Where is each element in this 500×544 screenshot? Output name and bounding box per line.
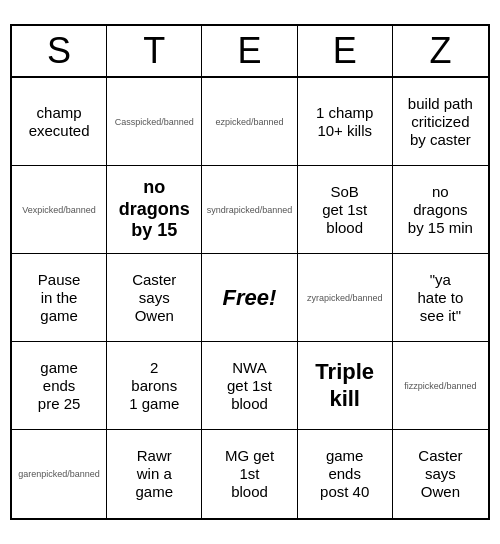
- bingo-cell-r3c5: "yahate tosee it": [393, 254, 488, 342]
- bingo-cell-r4c2: 2barons1 game: [107, 342, 202, 430]
- cell-status-label: picked/banned: [225, 117, 284, 127]
- header-letter-Z: Z: [393, 26, 488, 76]
- cell-content: 2barons1 game: [129, 359, 179, 413]
- bingo-board: STEEZ champexecutedCasspicked/bannedezpi…: [10, 24, 490, 520]
- cell-status-label: picked/banned: [37, 205, 96, 215]
- header-letter-S: S: [12, 26, 107, 76]
- bingo-cell-r3c3: Free!: [202, 254, 297, 342]
- cell-status-label: picked/banned: [324, 293, 383, 303]
- cell-champion-label: zyra: [307, 293, 324, 303]
- cell-content: Rawrwin agame: [136, 447, 174, 501]
- cell-content: MG get1stblood: [225, 447, 274, 501]
- bingo-header: STEEZ: [12, 26, 488, 78]
- bingo-cell-r2c5: nodragonsby 15 min: [393, 166, 488, 254]
- cell-champion-label: Cass: [115, 117, 136, 127]
- bingo-cell-r1c1: champexecuted: [12, 78, 107, 166]
- cell-content: nodragonsby 15: [119, 177, 190, 242]
- bingo-cell-r2c4: SoBget 1stblood: [298, 166, 393, 254]
- cell-content: "yahate tosee it": [417, 271, 463, 325]
- bingo-cell-r4c3: NWAget 1stblood: [202, 342, 297, 430]
- cell-champion-label: fizz: [404, 381, 418, 391]
- bingo-cell-r1c2: Casspicked/banned: [107, 78, 202, 166]
- bingo-cell-r5c3: MG get1stblood: [202, 430, 297, 518]
- cell-content: 1 champ10+ kills: [316, 104, 374, 140]
- header-letter-E: E: [298, 26, 393, 76]
- header-letter-E: E: [202, 26, 297, 76]
- bingo-cell-r2c3: syndrapicked/banned: [202, 166, 297, 254]
- bingo-cell-r3c1: Pausein thegame: [12, 254, 107, 342]
- cell-status-label: picked/banned: [135, 117, 194, 127]
- cell-content: Pausein thegame: [38, 271, 81, 325]
- cell-status-label: picked/banned: [418, 381, 477, 391]
- cell-content: Triplekill: [315, 359, 374, 412]
- bingo-cell-r2c1: Vexpicked/banned: [12, 166, 107, 254]
- free-cell-text: Free!: [223, 285, 277, 311]
- bingo-cell-r3c4: zyrapicked/banned: [298, 254, 393, 342]
- cell-content: gameendspre 25: [38, 359, 81, 413]
- cell-content: CastersaysOwen: [132, 271, 176, 325]
- cell-content: CastersaysOwen: [418, 447, 462, 501]
- bingo-cell-r5c5: CastersaysOwen: [393, 430, 488, 518]
- cell-content: gameendspost 40: [320, 447, 369, 501]
- bingo-cell-r1c3: ezpicked/banned: [202, 78, 297, 166]
- cell-content: champexecuted: [29, 104, 90, 140]
- cell-champion-label: garen: [18, 469, 41, 479]
- cell-content: build pathcriticizedby caster: [408, 95, 473, 149]
- cell-content: nodragonsby 15 min: [408, 183, 473, 237]
- header-letter-T: T: [107, 26, 202, 76]
- bingo-grid: champexecutedCasspicked/bannedezpicked/b…: [12, 78, 488, 518]
- bingo-cell-r2c2: nodragonsby 15: [107, 166, 202, 254]
- cell-champion-label: Vex: [22, 205, 37, 215]
- bingo-cell-r5c2: Rawrwin agame: [107, 430, 202, 518]
- bingo-cell-r4c5: fizzpicked/banned: [393, 342, 488, 430]
- bingo-cell-r1c4: 1 champ10+ kills: [298, 78, 393, 166]
- cell-content: SoBget 1stblood: [322, 183, 367, 237]
- cell-status-label: picked/banned: [234, 205, 293, 215]
- cell-champion-label: ez: [215, 117, 225, 127]
- bingo-cell-r4c1: gameendspre 25: [12, 342, 107, 430]
- cell-status-label: picked/banned: [41, 469, 100, 479]
- bingo-cell-r5c4: gameendspost 40: [298, 430, 393, 518]
- bingo-cell-r5c1: garenpicked/banned: [12, 430, 107, 518]
- bingo-cell-r1c5: build pathcriticizedby caster: [393, 78, 488, 166]
- bingo-cell-r3c2: CastersaysOwen: [107, 254, 202, 342]
- cell-champion-label: syndra: [207, 205, 234, 215]
- bingo-cell-r4c4: Triplekill: [298, 342, 393, 430]
- cell-content: NWAget 1stblood: [227, 359, 272, 413]
